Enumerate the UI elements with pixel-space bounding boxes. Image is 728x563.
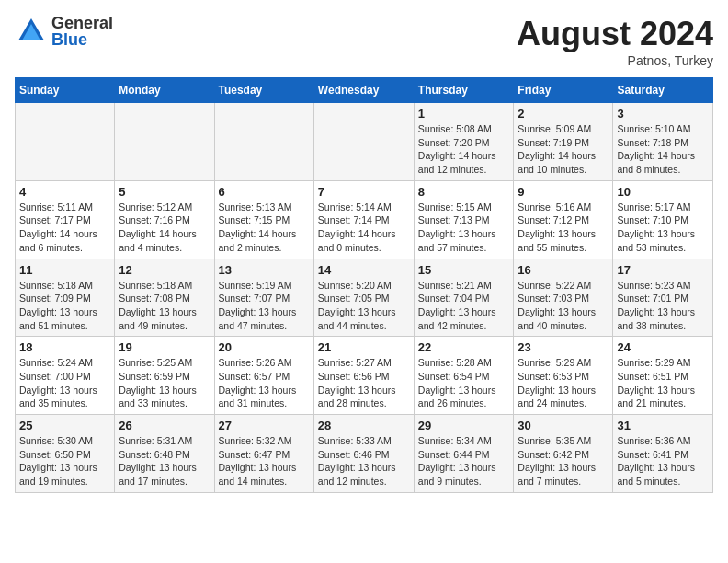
logo: General Blue (15, 15, 113, 48)
day-number: 19 (119, 340, 210, 354)
calendar-cell: 28Sunrise: 5:33 AM Sunset: 6:46 PM Dayli… (313, 415, 414, 493)
day-info: Sunrise: 5:30 AM Sunset: 6:50 PM Dayligh… (19, 434, 110, 488)
day-number: 9 (518, 185, 609, 199)
day-info: Sunrise: 5:36 AM Sunset: 6:41 PM Dayligh… (617, 434, 709, 488)
day-info: Sunrise: 5:17 AM Sunset: 7:10 PM Dayligh… (617, 201, 709, 255)
day-number: 1 (418, 107, 510, 121)
day-info: Sunrise: 5:08 AM Sunset: 7:20 PM Dayligh… (418, 122, 510, 177)
day-number: 26 (119, 419, 210, 432)
day-number: 20 (219, 340, 310, 354)
day-number: 27 (219, 419, 310, 432)
day-info: Sunrise: 5:29 AM Sunset: 6:51 PM Dayligh… (617, 356, 709, 410)
header-day-thursday: Thursday (414, 78, 514, 103)
calendar-cell (313, 103, 414, 181)
calendar-cell: 13Sunrise: 5:19 AM Sunset: 7:07 PM Dayli… (214, 259, 313, 337)
day-info: Sunrise: 5:20 AM Sunset: 7:05 PM Dayligh… (318, 279, 410, 333)
day-number: 6 (219, 185, 310, 199)
month-year: August 2024 (517, 15, 713, 53)
calendar-cell: 24Sunrise: 5:29 AM Sunset: 6:51 PM Dayli… (613, 337, 713, 415)
logo-text: General Blue (51, 15, 113, 48)
calendar-cell: 6Sunrise: 5:13 AM Sunset: 7:15 PM Daylig… (214, 180, 313, 259)
day-info: Sunrise: 5:21 AM Sunset: 7:04 PM Dayligh… (418, 279, 510, 333)
day-number: 5 (119, 185, 210, 199)
day-info: Sunrise: 5:27 AM Sunset: 6:56 PM Dayligh… (318, 356, 410, 410)
calendar-cell: 22Sunrise: 5:28 AM Sunset: 6:54 PM Dayli… (414, 337, 514, 415)
day-info: Sunrise: 5:16 AM Sunset: 7:12 PM Dayligh… (518, 201, 609, 255)
day-number: 30 (518, 419, 609, 432)
week-row-3: 11Sunrise: 5:18 AM Sunset: 7:09 PM Dayli… (16, 259, 713, 337)
week-row-5: 25Sunrise: 5:30 AM Sunset: 6:50 PM Dayli… (16, 415, 713, 493)
day-number: 15 (418, 263, 510, 277)
header-day-monday: Monday (115, 78, 214, 103)
day-number: 22 (418, 340, 510, 354)
day-info: Sunrise: 5:35 AM Sunset: 6:42 PM Dayligh… (518, 434, 609, 488)
day-number: 24 (617, 340, 709, 354)
header-row: SundayMondayTuesdayWednesdayThursdayFrid… (16, 78, 713, 103)
header-day-tuesday: Tuesday (214, 78, 313, 103)
calendar-cell (214, 103, 313, 181)
calendar-cell: 23Sunrise: 5:29 AM Sunset: 6:53 PM Dayli… (514, 337, 613, 415)
day-info: Sunrise: 5:31 AM Sunset: 6:48 PM Dayligh… (119, 434, 210, 488)
day-number: 13 (219, 263, 310, 277)
day-info: Sunrise: 5:11 AM Sunset: 7:17 PM Dayligh… (19, 201, 110, 255)
day-number: 31 (617, 419, 709, 432)
calendar-body: 1Sunrise: 5:08 AM Sunset: 7:20 PM Daylig… (16, 103, 713, 493)
calendar-cell: 31Sunrise: 5:36 AM Sunset: 6:41 PM Dayli… (613, 415, 713, 493)
calendar-cell: 9Sunrise: 5:16 AM Sunset: 7:12 PM Daylig… (514, 180, 613, 259)
day-number: 28 (318, 419, 410, 432)
day-number: 8 (418, 185, 510, 199)
location: Patnos, Turkey (517, 53, 713, 68)
day-info: Sunrise: 5:25 AM Sunset: 6:59 PM Dayligh… (119, 356, 210, 410)
calendar-header: SundayMondayTuesdayWednesdayThursdayFrid… (16, 78, 713, 103)
calendar-cell: 21Sunrise: 5:27 AM Sunset: 6:56 PM Dayli… (313, 337, 414, 415)
calendar-cell: 25Sunrise: 5:30 AM Sunset: 6:50 PM Dayli… (16, 415, 115, 493)
calendar-cell: 29Sunrise: 5:34 AM Sunset: 6:44 PM Dayli… (414, 415, 514, 493)
calendar-cell: 4Sunrise: 5:11 AM Sunset: 7:17 PM Daylig… (16, 180, 115, 259)
calendar-cell: 16Sunrise: 5:22 AM Sunset: 7:03 PM Dayli… (514, 259, 613, 337)
header-day-wednesday: Wednesday (313, 78, 414, 103)
day-number: 10 (617, 185, 709, 199)
calendar-cell: 5Sunrise: 5:12 AM Sunset: 7:16 PM Daylig… (115, 180, 214, 259)
calendar-cell: 3Sunrise: 5:10 AM Sunset: 7:18 PM Daylig… (613, 103, 713, 181)
calendar-cell: 1Sunrise: 5:08 AM Sunset: 7:20 PM Daylig… (414, 103, 514, 181)
day-info: Sunrise: 5:09 AM Sunset: 7:19 PM Dayligh… (518, 122, 609, 177)
header-day-saturday: Saturday (613, 78, 713, 103)
calendar-cell: 19Sunrise: 5:25 AM Sunset: 6:59 PM Dayli… (115, 337, 214, 415)
title-block: August 2024 Patnos, Turkey (517, 15, 713, 68)
calendar-cell: 7Sunrise: 5:14 AM Sunset: 7:14 PM Daylig… (313, 180, 414, 259)
day-number: 12 (119, 263, 210, 277)
day-info: Sunrise: 5:29 AM Sunset: 6:53 PM Dayligh… (518, 356, 609, 410)
header-day-sunday: Sunday (16, 78, 115, 103)
day-info: Sunrise: 5:12 AM Sunset: 7:16 PM Dayligh… (119, 201, 210, 255)
calendar-cell: 30Sunrise: 5:35 AM Sunset: 6:42 PM Dayli… (514, 415, 613, 493)
day-number: 3 (617, 107, 709, 121)
day-number: 11 (19, 263, 110, 277)
day-info: Sunrise: 5:22 AM Sunset: 7:03 PM Dayligh… (518, 279, 609, 333)
calendar-cell (115, 103, 214, 181)
day-info: Sunrise: 5:23 AM Sunset: 7:01 PM Dayligh… (617, 279, 709, 333)
day-info: Sunrise: 5:13 AM Sunset: 7:15 PM Dayligh… (219, 201, 310, 255)
calendar-cell: 12Sunrise: 5:18 AM Sunset: 7:08 PM Dayli… (115, 259, 214, 337)
calendar-cell: 27Sunrise: 5:32 AM Sunset: 6:47 PM Dayli… (214, 415, 313, 493)
day-info: Sunrise: 5:14 AM Sunset: 7:14 PM Dayligh… (318, 201, 410, 255)
day-info: Sunrise: 5:19 AM Sunset: 7:07 PM Dayligh… (219, 279, 310, 333)
day-info: Sunrise: 5:18 AM Sunset: 7:08 PM Dayligh… (119, 279, 210, 333)
logo-icon (15, 15, 48, 48)
day-info: Sunrise: 5:34 AM Sunset: 6:44 PM Dayligh… (418, 434, 510, 488)
week-row-2: 4Sunrise: 5:11 AM Sunset: 7:17 PM Daylig… (16, 180, 713, 259)
day-info: Sunrise: 5:15 AM Sunset: 7:13 PM Dayligh… (418, 201, 510, 255)
calendar-cell: 17Sunrise: 5:23 AM Sunset: 7:01 PM Dayli… (613, 259, 713, 337)
calendar-cell: 8Sunrise: 5:15 AM Sunset: 7:13 PM Daylig… (414, 180, 514, 259)
calendar-cell: 14Sunrise: 5:20 AM Sunset: 7:05 PM Dayli… (313, 259, 414, 337)
day-info: Sunrise: 5:32 AM Sunset: 6:47 PM Dayligh… (219, 434, 310, 488)
day-number: 4 (19, 185, 110, 199)
day-number: 21 (318, 340, 410, 354)
day-number: 29 (418, 419, 510, 432)
calendar-cell (16, 103, 115, 181)
day-info: Sunrise: 5:28 AM Sunset: 6:54 PM Dayligh… (418, 356, 510, 410)
day-number: 18 (19, 340, 110, 354)
day-number: 16 (518, 263, 609, 277)
week-row-4: 18Sunrise: 5:24 AM Sunset: 7:00 PM Dayli… (16, 337, 713, 415)
page-header: General Blue August 2024 Patnos, Turkey (15, 15, 713, 68)
day-number: 7 (318, 185, 410, 199)
